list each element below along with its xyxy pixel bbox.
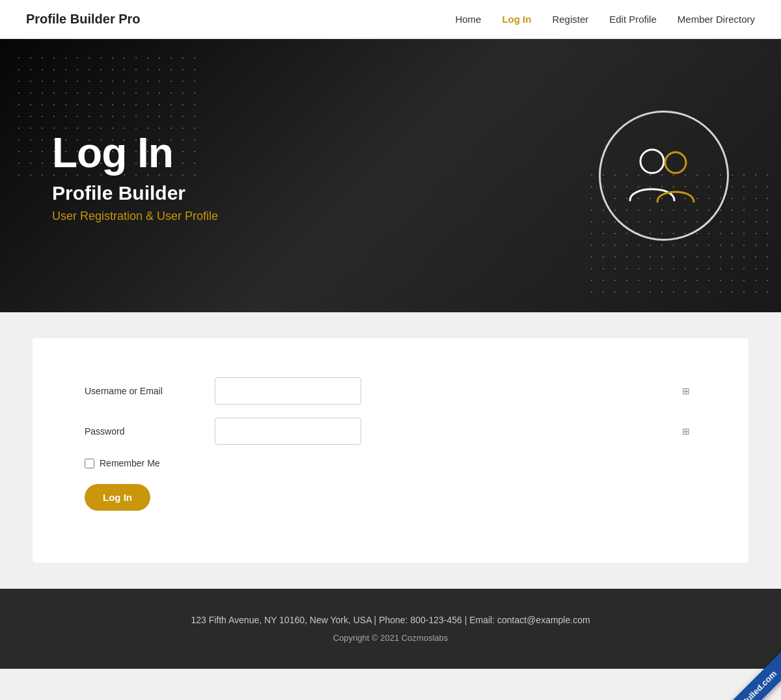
password-input-wrapper: ⊞	[215, 418, 696, 445]
remember-row: Remember Me	[85, 458, 696, 468]
hero-icon-circle	[599, 111, 729, 241]
nav-item-register[interactable]: Register	[552, 14, 588, 25]
site-footer: 123 Fifth Avenue, NY 10160, New York, US…	[0, 589, 781, 669]
nav-item-member-directory[interactable]: Member Directory	[678, 14, 755, 25]
hero-section: Log In Profile Builder User Registration…	[0, 39, 781, 312]
hero-text: Log In Profile Builder User Registration…	[52, 129, 218, 223]
hero-brand: Profile Builder	[52, 182, 218, 204]
nav-item-home[interactable]: Home	[455, 14, 481, 25]
username-input[interactable]	[215, 377, 361, 405]
hero-tagline: User Registration & User Profile	[52, 209, 218, 223]
svg-point-1	[665, 152, 686, 173]
hero-content: Log In Profile Builder User Registration…	[0, 111, 781, 241]
site-header: Profile Builder Pro HomeLog InRegisterEd…	[0, 0, 781, 39]
main-nav: HomeLog InRegisterEdit ProfileMember Dir…	[455, 14, 755, 25]
nav-item-edit-profile[interactable]: Edit Profile	[609, 14, 657, 25]
nav-item-log-in[interactable]: Log In	[502, 14, 531, 25]
username-input-wrapper: ⊞	[215, 377, 696, 405]
username-icon: ⊞	[682, 386, 690, 396]
password-icon: ⊞	[682, 426, 690, 437]
password-input[interactable]	[215, 418, 361, 445]
username-label: Username or Email	[85, 386, 215, 396]
footer-address: 123 Fifth Avenue, NY 10160, New York, US…	[13, 615, 768, 625]
password-label: Password	[85, 426, 215, 437]
remember-checkbox[interactable]	[85, 459, 94, 468]
login-button[interactable]: Log In	[85, 484, 150, 511]
main-content: Username or Email ⊞ Password ⊞ Remember …	[0, 312, 781, 589]
footer-copyright: Copyright © 2021 Cozmoslabs	[13, 633, 768, 643]
username-row: Username or Email ⊞	[85, 377, 696, 405]
login-card: Username or Email ⊞ Password ⊞ Remember …	[33, 338, 748, 563]
remember-label[interactable]: Remember Me	[100, 458, 160, 468]
site-logo[interactable]: Profile Builder Pro	[26, 12, 141, 27]
hero-title: Log In	[52, 129, 218, 177]
nav-list: HomeLog InRegisterEdit ProfileMember Dir…	[455, 14, 755, 25]
svg-point-0	[640, 150, 664, 173]
users-icon	[625, 143, 703, 208]
password-row: Password ⊞	[85, 418, 696, 445]
